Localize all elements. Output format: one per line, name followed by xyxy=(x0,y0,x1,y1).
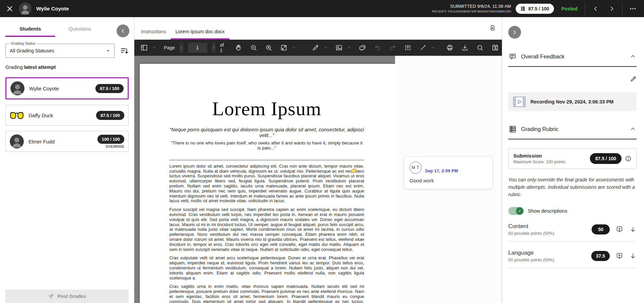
comment-text: Good work xyxy=(410,178,487,183)
student-list: Wylie Coyote 87.5 / 100 Daffy Duck 87.5 … xyxy=(0,72,134,157)
recording-label: Recording Nov 29, 2024, 3:06:33 PM xyxy=(530,99,613,104)
expand-down-icon[interactable] xyxy=(629,226,637,233)
redo-icon[interactable] xyxy=(389,44,396,51)
next-student-button[interactable] xyxy=(606,3,617,14)
grade-pill-button[interactable]: 87.5 / 100 xyxy=(516,4,554,14)
commenter-avatar: M T xyxy=(410,162,422,174)
grading-mode-bold: latest attempt xyxy=(24,64,56,70)
criterion-name: Language xyxy=(508,250,585,256)
grading-rubric-header[interactable]: Grading Rubric xyxy=(508,125,637,139)
fit-to-screen-icon[interactable] xyxy=(280,44,288,51)
print-icon[interactable] xyxy=(446,44,454,51)
chevron-down-icon[interactable] xyxy=(324,46,328,50)
chevron-right-icon xyxy=(609,6,615,12)
student-row-daffy-duck[interactable]: Daffy Duck 87.5 / 100 xyxy=(5,105,129,126)
tab-document[interactable]: Lorem Ipsum doc.docx xyxy=(171,26,229,40)
close-icon[interactable] xyxy=(5,4,14,13)
text-box-icon[interactable] xyxy=(404,44,412,51)
duplicate-comment-icon[interactable] xyxy=(359,44,366,51)
edit-pencil-icon[interactable] xyxy=(630,76,637,82)
pen-annotate-icon[interactable] xyxy=(312,44,319,51)
chevron-up-icon[interactable] xyxy=(630,126,636,132)
student-name: Wylie Coyote xyxy=(29,86,91,91)
chevron-right-icon xyxy=(512,30,517,35)
rubric-grid-icon xyxy=(520,6,525,11)
expand-down-icon[interactable] xyxy=(629,252,637,260)
grading-status-label: Grading Status xyxy=(9,41,37,45)
overall-feedback-title: Overall Feedback xyxy=(521,53,625,60)
page-title-student-name: Wylie Coyote xyxy=(36,6,69,12)
pan-hand-icon[interactable] xyxy=(235,44,242,51)
feedback-recording[interactable]: Recording Nov 29, 2024, 3:06:33 PM xyxy=(508,92,637,111)
grading-mode-note: Grading latest attempt xyxy=(5,64,129,70)
download-icon[interactable] xyxy=(461,44,469,51)
panel-collapse-button[interactable] xyxy=(508,26,521,39)
add-feedback-icon[interactable] xyxy=(616,226,623,233)
override-badge: OVERRIDE xyxy=(106,145,124,148)
criterion-row-content: Content 50 possible points (50%) 50 xyxy=(508,223,637,242)
student-name: Daffy Duck xyxy=(29,113,91,118)
sort-icon[interactable] xyxy=(120,46,129,55)
post-grades-button[interactable]: Post Grades xyxy=(5,290,129,303)
top-bar: Wylie Coyote SUBMITTED 9/6/24, 11:38 AM … xyxy=(0,0,644,17)
zoom-out-icon[interactable] xyxy=(250,44,257,51)
toggle-check-icon: ✓ xyxy=(516,207,523,215)
student-row-elmer-fudd[interactable]: Elmer Fudd 100 / 100 OVERRIDE xyxy=(5,131,129,152)
comment-pin-icon[interactable] xyxy=(351,168,357,174)
page-prev-button[interactable] xyxy=(179,43,183,53)
undo-icon[interactable] xyxy=(374,44,381,51)
submission-score-pill[interactable]: 87.5 / 100 xyxy=(590,153,621,164)
document-page: Lorem Ipsum "Neque porro quisquam est qu… xyxy=(140,64,395,303)
chevron-left-icon xyxy=(179,46,183,50)
grading-status-select[interactable]: Grading Status All Grading Statuses xyxy=(5,44,115,58)
search-icon[interactable] xyxy=(476,44,484,51)
student-score-pill: 87.5 / 100 xyxy=(96,111,124,120)
viewer-toolbar: Page of 1 xyxy=(134,40,502,56)
document-paragraph: Cras sagittis urna in enim mattis, vitae… xyxy=(169,284,364,303)
chevron-down-icon[interactable] xyxy=(292,46,296,50)
overall-feedback-header[interactable]: Overall Feedback xyxy=(508,53,637,67)
page-next-button[interactable] xyxy=(212,43,216,53)
status-badge-posted[interactable]: Posted xyxy=(561,6,577,11)
previous-student-button[interactable] xyxy=(590,3,601,14)
page-library-icon[interactable] xyxy=(491,44,499,51)
chevron-left-icon xyxy=(120,28,126,34)
post-grades-label: Post Grades xyxy=(57,294,86,299)
export-document-icon[interactable] xyxy=(489,25,496,33)
chevron-down-icon[interactable] xyxy=(431,46,435,50)
zoom-in-icon[interactable] xyxy=(265,44,272,51)
document-paragraph: Lorem ipsum dolor sit amet, consectetur … xyxy=(169,164,364,204)
submission-max-score: Maximum Score: 100 points xyxy=(513,160,587,164)
page-number-input[interactable] xyxy=(188,43,207,53)
document-quote-1: "Neque porro quisquam est qui dolorem ip… xyxy=(169,127,364,138)
document-quote-2: "There is no one who loves pain itself, … xyxy=(169,140,364,150)
tab-questions[interactable]: Questions xyxy=(55,22,105,37)
avatar xyxy=(10,81,25,95)
chevron-down-icon[interactable] xyxy=(347,46,351,50)
info-icon[interactable] xyxy=(625,155,632,162)
criterion-score-pill[interactable]: 37.5 xyxy=(591,251,610,261)
show-descriptions-toggle[interactable]: ✓ xyxy=(508,207,524,215)
student-score-pill: 87.5 / 100 xyxy=(95,84,124,93)
student-row-wylie-coyote[interactable]: Wylie Coyote 87.5 / 100 xyxy=(5,77,129,99)
divider xyxy=(622,2,622,15)
comment-card[interactable]: M T Sep 17, 2:09 PM Good work xyxy=(404,157,492,189)
image-stamp-icon[interactable] xyxy=(335,44,343,51)
thumbnail-panel-icon[interactable] xyxy=(140,44,148,51)
tab-instructions[interactable]: Instructions xyxy=(136,26,171,40)
grade-pill-value: 87.5 / 100 xyxy=(528,6,549,11)
criterion-score-pill[interactable]: 50 xyxy=(592,224,610,234)
receipt-id: RECEIPT: F0A1403DB26743F3B490478801BB8CD… xyxy=(432,9,511,14)
divider xyxy=(169,160,364,160)
document-title: Lorem Ipsum xyxy=(169,99,364,119)
chevron-down-icon[interactable] xyxy=(152,46,156,50)
criterion-points: 50 possible points (50%) xyxy=(508,258,585,262)
sidebar-tabs: Students Questions xyxy=(0,17,134,37)
chevron-up-icon[interactable] xyxy=(630,53,636,59)
more-options-icon[interactable] xyxy=(627,5,639,12)
avatar xyxy=(19,2,32,15)
line-shape-icon[interactable] xyxy=(419,44,427,51)
add-feedback-icon[interactable] xyxy=(616,252,623,260)
tab-students[interactable]: Students xyxy=(5,22,55,37)
sidebar-collapse-button[interactable] xyxy=(117,25,129,37)
